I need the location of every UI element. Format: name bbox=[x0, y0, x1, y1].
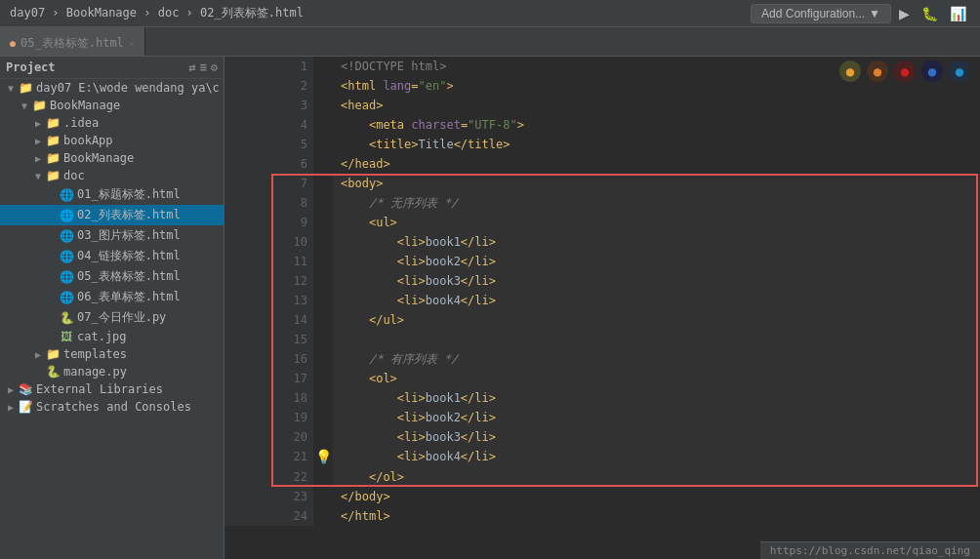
line-number-16: 16 bbox=[225, 349, 313, 369]
gutter-17 bbox=[313, 369, 333, 388]
sidebar-item-bookmanage2[interactable]: ▶📁BookManage bbox=[0, 149, 224, 167]
tree-item-label: 07_今日作业.py bbox=[77, 309, 166, 326]
chrome-icon[interactable]: ● bbox=[839, 60, 861, 82]
expand-arrow bbox=[45, 292, 59, 302]
file-icon-catjpg: 🖼 bbox=[59, 330, 74, 343]
code-content-12[interactable]: <li>book3</li> bbox=[333, 271, 980, 291]
code-content-14[interactable]: </ul> bbox=[333, 310, 980, 330]
collapse-icon[interactable]: ≡ bbox=[200, 60, 207, 74]
csdn-url: https://blog.csdn.net/qiao_qing bbox=[770, 544, 970, 557]
code-content-8[interactable]: /* 无序列表 */ bbox=[333, 193, 980, 213]
expand-arrow: ▶ bbox=[31, 136, 45, 146]
gutter-20 bbox=[313, 427, 333, 447]
firefox-icon[interactable]: ● bbox=[867, 60, 888, 82]
file-icon-file03: 🌐 bbox=[59, 229, 74, 243]
title-path: day07 › BookManage › doc › 02_列表标签.html bbox=[10, 5, 304, 21]
file-tree: ▼📁day07 E:\wode wendang ya\c▼📁BookManage… bbox=[0, 79, 224, 416]
sidebar-item-day07[interactable]: ▼📁day07 E:\wode wendang ya\c bbox=[0, 79, 224, 97]
file-icon-file02: 🌐 bbox=[59, 209, 74, 222]
sidebar-item-idea[interactable]: ▶📁.idea bbox=[0, 114, 224, 132]
code-content-6[interactable]: </head> bbox=[333, 154, 980, 174]
sync-icon[interactable]: ⇄ bbox=[188, 60, 195, 74]
code-line-18: 18 <li>book1</li> bbox=[225, 388, 980, 408]
code-content-15[interactable] bbox=[333, 330, 980, 349]
code-content-17[interactable]: <ol> bbox=[333, 369, 980, 388]
code-line-20: 20 <li>book3</li> bbox=[225, 427, 980, 447]
code-content-21[interactable]: <li>book4</li> bbox=[333, 447, 980, 467]
gutter-22 bbox=[313, 467, 333, 487]
code-content-3[interactable]: <head> bbox=[333, 96, 980, 115]
opera-icon[interactable]: ● bbox=[894, 60, 916, 82]
code-content-16[interactable]: /* 有序列表 */ bbox=[333, 349, 980, 369]
sidebar-item-file05[interactable]: 🌐05_表格标签.html bbox=[0, 266, 224, 287]
sidebar-item-file06[interactable]: 🌐06_表单标签.html bbox=[0, 287, 224, 307]
expand-arrow: ▶ bbox=[31, 349, 45, 360]
line-number-21: 21 bbox=[225, 447, 313, 467]
line-number-18: 18 bbox=[225, 388, 313, 408]
line-number-14: 14 bbox=[225, 310, 313, 330]
sidebar-item-bookmanage[interactable]: ▼📁BookManage bbox=[0, 97, 224, 114]
debug-button[interactable]: 🐛 bbox=[918, 4, 942, 23]
sidebar-item-doc[interactable]: ▼📁doc bbox=[0, 167, 224, 184]
sidebar-item-extlibs[interactable]: ▶📚External Libraries bbox=[0, 380, 224, 398]
code-content-22[interactable]: </ol> bbox=[333, 467, 980, 487]
sidebar-item-file02[interactable]: 🌐02_列表标签.html bbox=[0, 205, 224, 225]
sidebar-icons: ⇄ ≡ ⚙ bbox=[188, 60, 218, 74]
code-content-20[interactable]: <li>book3</li> bbox=[333, 427, 980, 447]
sidebar-item-file03[interactable]: 🌐03_图片标签.html bbox=[0, 225, 224, 246]
line-number-9: 9 bbox=[225, 213, 313, 232]
gutter-6 bbox=[313, 154, 333, 174]
add-configuration-button[interactable]: Add Configuration... ▼ bbox=[751, 4, 891, 23]
sidebar-item-scratches[interactable]: ▶📝Scratches and Consoles bbox=[0, 398, 224, 416]
tree-item-label: BookManage bbox=[63, 151, 134, 165]
sidebar-item-managepy[interactable]: 🐍manage.py bbox=[0, 363, 224, 380]
sidebar-item-bookapp[interactable]: ▶📁bookApp bbox=[0, 132, 224, 149]
tab-05------html[interactable]: ●05_表格标签.html✕ bbox=[0, 30, 145, 56]
code-content-4[interactable]: <meta charset="UTF-8"> bbox=[333, 115, 980, 135]
tree-item-label: 01_标题标签.html bbox=[77, 186, 181, 203]
gutter-15 bbox=[313, 330, 333, 349]
code-content-13[interactable]: <li>book4</li> bbox=[333, 291, 980, 310]
sidebar-item-file04[interactable]: 🌐04_链接标签.html bbox=[0, 246, 224, 266]
code-content-11[interactable]: <li>book2</li> bbox=[333, 252, 980, 271]
sidebar-item-file01[interactable]: 🌐01_标题标签.html bbox=[0, 184, 224, 205]
line-number-19: 19 bbox=[225, 408, 313, 427]
edge-icon[interactable]: ● bbox=[949, 60, 970, 82]
file-icon-managepy: 🐍 bbox=[45, 365, 61, 379]
tree-item-label: .idea bbox=[63, 116, 99, 130]
expand-arrow bbox=[45, 251, 59, 261]
code-content-7[interactable]: <body> bbox=[333, 174, 980, 193]
code-content-23[interactable]: </body> bbox=[333, 487, 980, 506]
code-content-10[interactable]: <li>book1</li> bbox=[333, 232, 980, 252]
line-number-10: 10 bbox=[225, 232, 313, 252]
gutter-4 bbox=[313, 115, 333, 135]
sidebar-item-templates[interactable]: ▶📁templates bbox=[0, 345, 224, 363]
code-line-6: 6</head> bbox=[225, 154, 980, 174]
profile-button[interactable]: 📊 bbox=[946, 4, 970, 23]
code-content-9[interactable]: <ul> bbox=[333, 213, 980, 232]
run-button[interactable]: ▶ bbox=[895, 4, 914, 23]
line-number-8: 8 bbox=[225, 193, 313, 213]
code-line-21: 21💡 <li>book4</li> bbox=[225, 447, 980, 467]
expand-arrow: ▼ bbox=[18, 100, 31, 111]
tab-bar: ●01_标题标签.html✕●views.py✕●02_列表标签.html✕●0… bbox=[0, 27, 980, 57]
ie-icon[interactable]: ● bbox=[921, 60, 943, 82]
code-content-5[interactable]: <title>Title</title> bbox=[333, 135, 980, 154]
tree-item-label: 03_图片标签.html bbox=[77, 227, 181, 244]
code-content-18[interactable]: <li>book1</li> bbox=[333, 388, 980, 408]
expand-arrow: ▼ bbox=[31, 171, 45, 181]
code-line-12: 12 <li>book3</li> bbox=[225, 271, 980, 291]
code-line-22: 22 </ol> bbox=[225, 467, 980, 487]
code-content-24[interactable]: </html> bbox=[333, 506, 980, 526]
gutter-9 bbox=[313, 213, 333, 232]
sidebar-item-catjpg[interactable]: 🖼cat.jpg bbox=[0, 328, 224, 345]
tree-item-label: BookManage bbox=[50, 99, 120, 112]
code-content-19[interactable]: <li>book2</li> bbox=[333, 408, 980, 427]
file-icon-idea: 📁 bbox=[45, 116, 61, 130]
settings-icon[interactable]: ⚙ bbox=[211, 60, 218, 74]
expand-arrow bbox=[31, 367, 45, 378]
code-line-10: 10 <li>book1</li> bbox=[225, 232, 980, 252]
sidebar-item-file07[interactable]: 🐍07_今日作业.py bbox=[0, 307, 224, 328]
gutter-10 bbox=[313, 232, 333, 252]
file-icon-day07: 📁 bbox=[18, 81, 33, 95]
